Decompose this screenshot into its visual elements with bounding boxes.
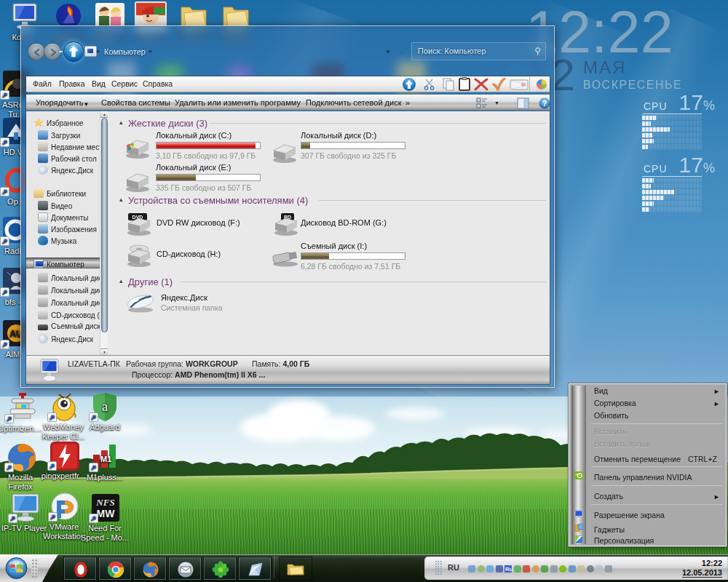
svg-text:M1: M1 bbox=[100, 455, 111, 463]
svg-text:?: ? bbox=[542, 99, 547, 108]
svg-text:NFS: NFS bbox=[95, 497, 114, 508]
svg-text:MW: MW bbox=[97, 508, 116, 519]
svg-text:a: a bbox=[102, 399, 108, 414]
